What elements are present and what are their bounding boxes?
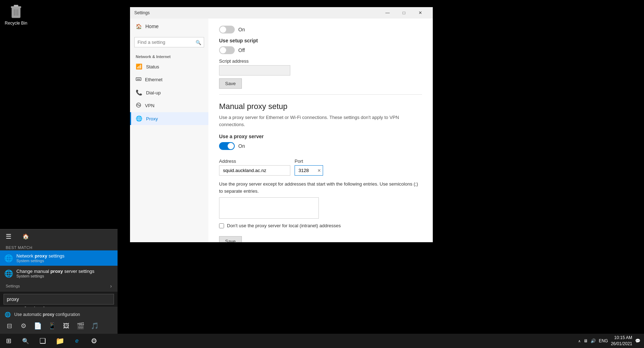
start-search-input[interactable] <box>4 294 114 305</box>
use-proxy-label: Use a proxy server <box>219 134 422 139</box>
script-address-input[interactable] <box>219 65 290 76</box>
proxy-toggle[interactable] <box>219 142 235 150</box>
start-menu-app-icons: ⊟ ⚙ 📄 📱 🖼 🎬 🎵 <box>0 318 118 334</box>
change-proxy-subtitle: System settings <box>16 274 94 278</box>
sidebar-item-vpn[interactable]: VPN <box>130 99 208 112</box>
sidebar-item-label: Proxy <box>146 116 158 121</box>
result-text-network-proxy: Network proxy settings System settings <box>16 253 64 263</box>
address-input[interactable] <box>219 165 290 176</box>
recycle-bin-icon[interactable]: Recycle Bin <box>4 4 28 26</box>
taskbar-clock[interactable]: 10:15 AM 26/01/2021 <box>611 335 632 347</box>
auto-detect-toggle-row: On <box>219 26 422 33</box>
auto-detect-toggle[interactable] <box>219 26 235 33</box>
search-result-network-proxy[interactable]: 🌐 Network proxy settings System settings <box>0 250 118 266</box>
settings-label: Settings <box>6 284 20 288</box>
port-clear-icon[interactable]: ✕ <box>317 168 321 173</box>
hamburger-menu[interactable]: ☰ <box>0 229 17 244</box>
start-settings-icon[interactable]: ⚙ <box>17 320 30 332</box>
tray-chevron-icon[interactable]: ∧ <box>578 339 581 343</box>
manual-proxy-desc: Use a proxy server for Ethernet or Wi-Fi… <box>219 114 422 128</box>
start-music-icon[interactable]: 🎵 <box>88 320 101 332</box>
taskbar-tray: ∧ 🖥 🔊 ENG 10:15 AM 26/01/2021 💬 <box>578 335 644 347</box>
start-photo-icon[interactable]: 🖼 <box>60 320 73 332</box>
start-tablet-icon[interactable]: 📱 <box>46 320 58 332</box>
use-automatic-proxy-icon: 🌐 <box>4 312 11 317</box>
proxy-toggle-label: On <box>238 143 245 149</box>
tray-network-icon[interactable]: 🖥 <box>583 338 588 343</box>
search-result-change-manual-proxy[interactable]: 🌐 Change manual proxy server settings Sy… <box>0 266 118 281</box>
sidebar-item-proxy[interactable]: 🌐 Proxy <box>130 112 208 125</box>
address-port-row: Address Port ✕ <box>219 154 422 176</box>
dial-up-icon: 📞 <box>136 89 142 96</box>
save-button-2[interactable]: Save <box>219 236 242 242</box>
taskbar-search-button[interactable]: 🔍 <box>17 334 34 348</box>
nav-search-input[interactable] <box>134 37 204 47</box>
sidebar-item-dial-up[interactable]: 📞 Dial-up <box>130 86 208 99</box>
maximize-button[interactable]: □ <box>396 7 412 19</box>
notification-icon[interactable]: 💬 <box>635 338 640 343</box>
address-group: Address <box>219 154 290 176</box>
proxy-toggle-row: On <box>219 142 422 150</box>
port-label: Port <box>295 159 323 164</box>
settings-window: Settings — □ ✕ 🏠 Home 🔍 <box>130 7 433 242</box>
taskbar: ⊞ 🔍 ❑ 📁 e ⚙ ∧ 🖥 🔊 ENG 10:15 AM 26/01/202… <box>0 334 644 348</box>
start-button[interactable]: ⊞ <box>0 334 17 348</box>
setup-script-toggle-row: Off <box>219 46 422 54</box>
svg-rect-8 <box>138 79 139 80</box>
network-proxy-title: Network proxy settings <box>16 253 64 259</box>
dont-use-local-checkbox[interactable] <box>219 223 224 228</box>
taskbar-settings[interactable]: ⚙ <box>85 334 103 348</box>
settings-nav: 🏠 Home 🔍 Network & Internet 📶 Status <box>130 19 208 242</box>
window-title: Settings <box>134 10 379 15</box>
taskbar-file-explorer[interactable]: 📁 <box>51 334 68 348</box>
svg-rect-2 <box>14 5 18 7</box>
network-proxy-icon: 🌐 <box>4 254 13 263</box>
exceptions-textarea[interactable] <box>219 197 319 219</box>
settings-section-label: Settings › <box>0 281 118 290</box>
proxy-icon: 🌐 <box>136 115 142 122</box>
taskbar-task-view[interactable]: ❑ <box>34 334 51 348</box>
minimize-button[interactable]: — <box>379 7 396 19</box>
save-button-1[interactable]: Save <box>219 78 242 89</box>
clock-date: 26/01/2021 <box>611 341 632 347</box>
taskbar-apps: ❑ 📁 e ⚙ <box>34 334 103 348</box>
sidebar-item-label: Dial-up <box>146 90 161 95</box>
use-setup-script-label: Use setup script <box>219 38 422 43</box>
change-manual-proxy-icon: 🌐 <box>4 269 13 278</box>
dont-use-local-label: Don't use the proxy server for local (in… <box>227 223 341 228</box>
setup-script-toggle-label: Off <box>238 47 245 53</box>
nav-section-label: Network & Internet <box>130 50 208 60</box>
window-titlebar: Settings — □ ✕ <box>130 7 433 19</box>
sidebar-item-status[interactable]: 📶 Status <box>130 60 208 73</box>
home-label: Home <box>145 24 159 29</box>
home-icon: 🏠 <box>136 24 142 29</box>
start-search-input-wrap <box>0 292 118 307</box>
taskbar-edge[interactable]: e <box>68 334 85 348</box>
taskbar-view-icon[interactable]: ⊟ <box>3 320 16 332</box>
setup-script-toggle[interactable] <box>219 46 235 54</box>
nav-search-box: 🔍 <box>134 37 204 47</box>
desktop: Recycle Bin Settings — □ ✕ 🏠 Home <box>0 0 644 348</box>
nav-search-icon: 🔍 <box>196 40 201 45</box>
start-video-icon[interactable]: 🎬 <box>74 320 87 332</box>
nav-home[interactable]: 🏠 Home <box>130 19 208 34</box>
sidebar-item-label: Status <box>146 64 159 69</box>
start-docs-icon[interactable]: 📄 <box>31 320 44 332</box>
result-text-change-proxy: Change manual proxy server settings Syst… <box>16 269 94 278</box>
tray-lang: ENG <box>599 338 608 343</box>
tray-sound-icon[interactable]: 🔊 <box>591 338 596 343</box>
settings-arrow-icon[interactable]: › <box>110 283 112 289</box>
vpn-icon <box>136 102 141 109</box>
port-input-wrap: ✕ <box>295 165 323 176</box>
settings-body: 🏠 Home 🔍 Network & Internet 📶 Status <box>130 19 433 242</box>
use-automatic-proxy-label: Use automatic proxy configuration <box>14 312 80 317</box>
window-controls: — □ ✕ <box>379 7 429 19</box>
clock-time: 10:15 AM <box>611 335 632 341</box>
dont-use-local-row: Don't use the proxy server for local (in… <box>219 223 422 228</box>
change-proxy-title: Change manual proxy server settings <box>16 269 94 274</box>
sidebar-item-ethernet[interactable]: Ethernet <box>130 73 208 86</box>
home-taskbar-icon[interactable]: 🏠 <box>17 229 34 244</box>
close-button[interactable]: ✕ <box>412 7 429 19</box>
sidebar-item-label: Ethernet <box>145 77 162 82</box>
script-address-label: Script address <box>219 58 422 64</box>
